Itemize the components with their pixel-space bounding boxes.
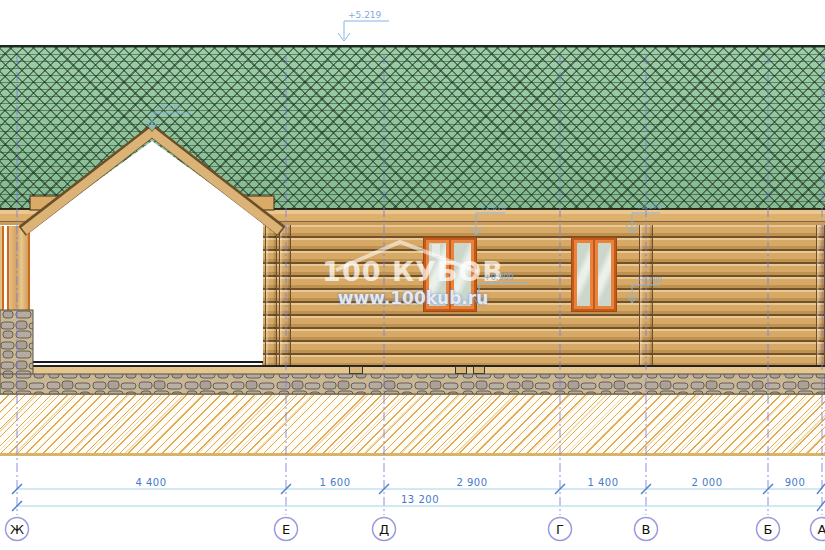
window-2 (571, 237, 617, 312)
axis-bubble-label: А (818, 522, 825, 537)
axis-bubble-label: Е (282, 522, 290, 537)
axis-bubbles (6, 518, 825, 541)
plinth-board (0, 365, 825, 374)
foundation-vent (349, 366, 363, 374)
watermark: 100 КУБОВ www.100kub.ru (328, 232, 498, 310)
axis-bubble-label: Б (764, 522, 773, 537)
dimension-lines (12, 484, 825, 511)
axis-bubble-label: Ж (10, 522, 24, 537)
porch-opening (30, 224, 263, 363)
dim-segment: 1 400 (587, 477, 618, 488)
stone-strip (0, 374, 825, 394)
elevation-arrow-ridge (338, 33, 350, 41)
watermark-url: www.100kub.ru (338, 288, 489, 308)
log-corner-notch (639, 225, 653, 365)
foundation-vent (455, 366, 467, 374)
porch-post-edge (0, 226, 4, 312)
axis-bubble-label: Д (379, 522, 389, 537)
dim-segment: 2 000 (691, 477, 722, 488)
elevation-label-ridge: +5.219 (348, 10, 381, 20)
ground-hatch (0, 394, 825, 456)
dim-total: 13 200 (401, 494, 439, 505)
log-corner-notch (279, 225, 291, 365)
axis-bubble-label: В (642, 522, 651, 537)
axis-bubble-label: Г (556, 522, 564, 537)
window-casement (574, 240, 593, 309)
dim-segment: 900 (785, 477, 806, 488)
window-casement (595, 240, 614, 309)
roof-tiles (0, 45, 825, 209)
foundation-vent (473, 366, 485, 374)
log-corner-notch (265, 225, 277, 365)
log-corner-notch (816, 225, 825, 365)
dim-segment: 4 400 (135, 477, 166, 488)
dim-segment: 2 900 (456, 477, 487, 488)
watermark-title: 100 КУБОВ (322, 256, 504, 287)
elevation-drawing: 100 КУБОВ www.100kub.ru +5.219 +3.770 +2… (0, 0, 825, 550)
dim-segment: 1 600 (319, 477, 350, 488)
dimension-ticks (12, 484, 825, 511)
porch-post (7, 226, 30, 312)
eaves-fascia (0, 209, 825, 225)
